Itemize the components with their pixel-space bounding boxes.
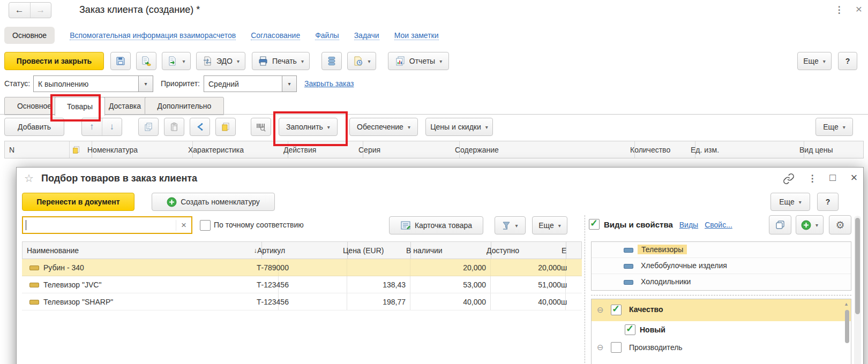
col-price[interactable]: Цена (EUR): [339, 242, 411, 259]
table-row[interactable]: Телевизор "SHARP" Т-123456 198,77 40,000…: [22, 293, 582, 310]
grid-more-button[interactable]: Еще ▾: [815, 118, 853, 136]
add-row-button[interactable]: Добавить: [4, 118, 64, 136]
status-dropdown-icon[interactable]: ▾: [138, 76, 153, 92]
settings-button[interactable]: ⚙: [829, 215, 851, 234]
types-properties-checkbox[interactable]: ✓: [589, 219, 600, 230]
window-close-icon[interactable]: ×: [853, 3, 865, 16]
filter-dropdown-button[interactable]: ▾: [495, 216, 526, 234]
col-sku[interactable]: Артикул: [253, 242, 348, 259]
move-up-button[interactable]: ↑: [82, 118, 102, 135]
new-checkbox[interactable]: ✓: [625, 324, 635, 335]
list-more-button[interactable]: Еще ▾: [532, 216, 567, 234]
save-button[interactable]: [110, 52, 131, 70]
prices-discounts-dropdown-button[interactable]: Цены и скидки ▾: [425, 118, 493, 136]
col-price-kind[interactable]: Вид цены: [795, 141, 868, 158]
collapse-icon[interactable]: ⊖: [597, 343, 604, 352]
barcode-scan-button[interactable]: [251, 118, 271, 136]
col-series[interactable]: Серия: [354, 141, 460, 158]
post-document-button[interactable]: [136, 52, 156, 70]
nav-tab-aux-info[interactable]: Вспомогательная информация взаиморасчето…: [70, 31, 236, 40]
panel-scrollbar[interactable]: [854, 216, 861, 364]
col-name[interactable]: Наименование ↓: [23, 242, 262, 259]
copy-row-button[interactable]: [138, 118, 159, 136]
collapse-icon[interactable]: ⊖: [597, 305, 604, 315]
col-actions[interactable]: Действия: [279, 141, 363, 158]
priority-dropdown-icon[interactable]: ▾: [282, 76, 296, 92]
tree-row-manufacturer[interactable]: ⊖ Производитель: [592, 338, 851, 356]
col-n[interactable]: N: [5, 141, 70, 158]
col-in-stock[interactable]: В наличии: [402, 242, 491, 259]
list-item[interactable]: Холодильники: [592, 274, 851, 290]
nav-tab-notes[interactable]: Мои заметки: [394, 31, 439, 40]
paste-row-button[interactable]: [164, 118, 184, 136]
back-button[interactable]: ←: [9, 3, 31, 18]
favorite-star-icon[interactable]: ☆: [24, 172, 34, 185]
list-item[interactable]: Хлебобулочные изделия: [592, 258, 851, 274]
table-row[interactable]: Телевизор "JVC" Т-123456 138,43 53,000 5…: [22, 276, 582, 293]
add-type-dropdown-button[interactable]: ▾: [796, 215, 824, 234]
exact-match-label[interactable]: По точному соответствию: [214, 221, 304, 229]
get-link-icon[interactable]: [783, 173, 795, 185]
tab-goods[interactable]: Товары: [55, 97, 105, 116]
status-combobox[interactable]: К выполнению ▾: [33, 75, 153, 92]
tree-row-quality[interactable]: ⊖ ✓ Качество: [592, 299, 851, 321]
search-input[interactable]: ×: [22, 216, 192, 234]
nav-tab-tasks[interactable]: Задачи: [354, 31, 379, 40]
nav-tab-main[interactable]: Основное: [4, 27, 55, 44]
nav-tab-files[interactable]: Файлы: [315, 31, 339, 40]
register-button[interactable]: [321, 52, 342, 70]
create-nomenclature-button[interactable]: Создать номенклатуру: [152, 193, 275, 211]
panel-splitter-horizontal[interactable]: [591, 295, 851, 295]
col-nomenclature[interactable]: Номенклатура: [83, 141, 193, 158]
panel-scrollbar-thumb[interactable]: [855, 218, 860, 314]
change-selected-button[interactable]: [215, 118, 236, 136]
split-row-button[interactable]: [190, 118, 210, 136]
tree-scrollbar-thumb[interactable]: [845, 310, 849, 343]
properties-link[interactable]: Свойс...: [705, 221, 732, 229]
reports-dropdown-button[interactable]: Отчеты ▾: [388, 52, 449, 70]
panel-splitter-vertical[interactable]: [585, 215, 585, 364]
supply-dropdown-button[interactable]: Обеспечение ▾: [349, 118, 418, 136]
post-and-close-button[interactable]: Провести и закрыть: [4, 52, 104, 70]
edo-dropdown-button[interactable]: ЭДО ▾: [196, 52, 245, 70]
fill-dropdown-button[interactable]: Заполнить ▾: [279, 118, 338, 136]
dialog-maximize-icon[interactable]: □: [827, 172, 839, 184]
dialog-help-button[interactable]: ?: [817, 193, 839, 211]
tree-row-new[interactable]: ✓ Новый: [592, 321, 851, 338]
window-more-button[interactable]: Еще ▾: [797, 52, 832, 70]
exact-match-checkbox[interactable]: [200, 220, 211, 231]
col-unit[interactable]: Ед. изм.: [686, 141, 804, 158]
clear-search-icon[interactable]: ×: [176, 220, 191, 231]
col-characteristic[interactable]: Характеристика: [184, 141, 288, 158]
col-available[interactable]: Доступно: [482, 242, 566, 259]
priority-combobox[interactable]: Средний ▾: [204, 75, 297, 92]
dropdown-icon: ▾: [799, 199, 802, 205]
col-quantity[interactable]: Количество: [626, 141, 695, 158]
compare-types-button[interactable]: [769, 215, 791, 234]
move-down-button[interactable]: ↓: [102, 118, 122, 135]
quality-checkbox[interactable]: ✓: [611, 305, 622, 315]
dialog-kebab-icon[interactable]: ⋮: [807, 173, 817, 184]
transfer-to-document-button[interactable]: Перенести в документ: [22, 193, 134, 211]
tree-scroll-up-icon[interactable]: ▲: [844, 301, 849, 307]
copy-create-dropdown-button[interactable]: ▾: [162, 52, 191, 70]
nav-tab-approval[interactable]: Согласование: [251, 31, 300, 40]
col-content[interactable]: Содержание: [451, 141, 635, 158]
reminder-dropdown-button[interactable]: ▾: [347, 52, 376, 70]
col-unit-clipped[interactable]: Е: [557, 242, 582, 259]
dialog-close-icon[interactable]: ×: [848, 171, 860, 185]
forward-button[interactable]: →: [31, 3, 51, 18]
dialog-more-button[interactable]: Еще ▾: [770, 193, 810, 211]
list-item[interactable]: Телевизоры: [592, 242, 851, 258]
print-dropdown-button[interactable]: Печать ▾: [252, 52, 310, 70]
close-order-link[interactable]: Закрыть заказ: [304, 79, 354, 88]
table-row[interactable]: Рубин - 340 Т-789000 20,000 20,000 ш: [22, 259, 582, 276]
product-card-button[interactable]: Карточка товара: [389, 216, 483, 234]
tab-additional[interactable]: Дополнительно: [145, 97, 224, 115]
print-label: Печать: [272, 57, 297, 65]
types-link[interactable]: Виды: [679, 221, 698, 229]
manufacturer-checkbox[interactable]: [611, 342, 622, 353]
window-kebab-icon[interactable]: ⋮: [834, 4, 844, 16]
window-help-button[interactable]: ?: [838, 52, 857, 70]
dropdown-icon: ▾: [368, 58, 370, 64]
